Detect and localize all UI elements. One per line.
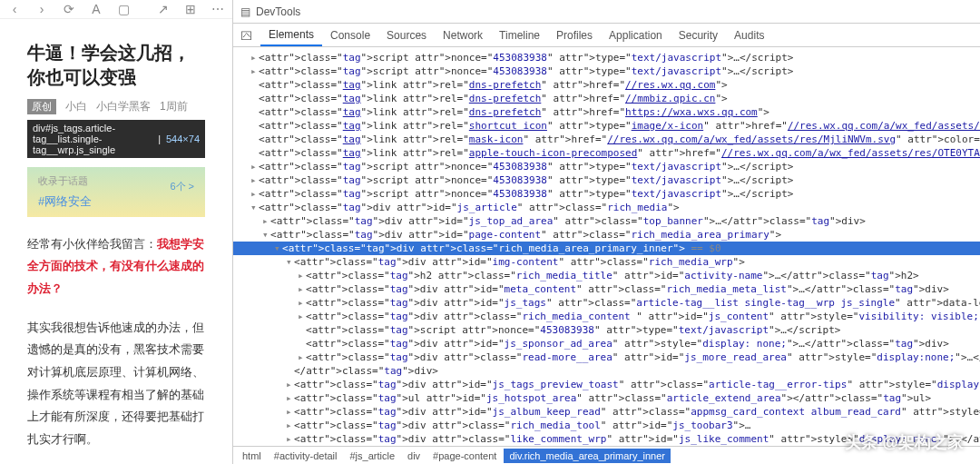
tag-card[interactable]: 收录于话题 #网络安全 6个 >	[27, 167, 205, 217]
square-outline-icon[interactable]: ▢	[116, 2, 131, 16]
dom-node[interactable]: ▸<attr">class="tag">div attr">id="meta_c…	[233, 282, 980, 296]
back-icon[interactable]: ‹	[7, 2, 22, 16]
browser-toolbar: ‹ › ⟳ A ▢ ↗ ⊞ ⋯	[0, 0, 232, 19]
breadcrumb-item[interactable]: #page-content	[427, 449, 502, 463]
divider: |	[158, 133, 161, 144]
cube-icon[interactable]: ⊞	[183, 2, 198, 16]
devtools-tab-application[interactable]: Application	[601, 24, 671, 46]
dom-node[interactable]: ▸<attr">class="tag">script attr">nonce="…	[233, 173, 980, 187]
breadcrumb-item[interactable]: html	[237, 449, 267, 463]
devtools-pane: ▤ DevTools — ☐ ✕ ⮹ ElementsConsoleSource…	[233, 0, 980, 464]
dom-node[interactable]: ▸<attr">class="tag">div attr">id="js_tag…	[233, 378, 980, 391]
tag-link[interactable]: #网络安全	[38, 193, 194, 210]
devtools-title: DevTools	[256, 5, 300, 18]
dom-node[interactable]: ▸<attr">class="tag">div attr">id="js_top…	[233, 214, 980, 228]
dom-node[interactable]: <attr">class="tag">link attr">rel="apple…	[233, 146, 980, 160]
share-icon[interactable]: ↗	[156, 2, 171, 16]
font-icon[interactable]: A	[89, 2, 103, 16]
dom-node[interactable]: <attr">class="tag">link attr">rel="dns-p…	[233, 78, 980, 92]
dom-node[interactable]: ▾<attr">class="tag">div attr">id="js_art…	[233, 201, 980, 214]
inspect-picker-icon[interactable]: ⮹	[233, 28, 260, 43]
dom-node[interactable]: ▾<attr">class="tag">div attr">class="ric…	[233, 242, 980, 255]
devtools-titlebar: ▤ DevTools — ☐ ✕	[233, 0, 980, 24]
forward-icon[interactable]: ›	[34, 2, 49, 16]
devtools-tab-timeline[interactable]: Timeline	[491, 24, 548, 46]
dom-node[interactable]: ▸<attr">class="tag">div attr">id="js_alb…	[233, 405, 980, 419]
paragraph-2: 其实我很想告诉他速成的办法，但遗憾的是真的没有，黑客技术需要对计算机底层原理、计…	[27, 317, 205, 451]
dom-node[interactable]: <attr">class="tag">script attr">nonce="4…	[233, 323, 980, 337]
dom-node[interactable]: ▸<attr">class="tag">h2 attr">class="rich…	[233, 269, 980, 282]
source-badge: 原创	[27, 99, 56, 114]
devtools-tab-network[interactable]: Network	[435, 24, 491, 46]
paragraph-1: 经常有小伙伴给我留言：我想学安全方面的技术，有没有什么速成的办法？	[27, 233, 205, 301]
article-headline: 牛逼！学会这几招，你也可以变强	[27, 41, 205, 90]
dom-node[interactable]: ▸<attr">class="tag">div attr">class="lik…	[233, 432, 980, 446]
devtools-tab-elements[interactable]: Elements	[260, 24, 322, 46]
devtools-tab-security[interactable]: Security	[671, 24, 726, 46]
tag-count[interactable]: 6个 >	[170, 180, 194, 193]
devtools-tab-profiles[interactable]: Profiles	[548, 24, 601, 46]
dom-node[interactable]: <attr">class="tag">link attr">rel="short…	[233, 119, 980, 133]
breadcrumb-item[interactable]: #js_article	[344, 449, 400, 463]
dom-node[interactable]: ▸<attr">class="tag">script attr">nonce="…	[233, 160, 980, 173]
dom-node[interactable]: <attr">class="tag">link attr">rel="dns-p…	[233, 92, 980, 105]
dom-node[interactable]: ▸<attr">class="tag">div attr">class="ric…	[233, 310, 980, 323]
dom-node[interactable]: ▾<attr">class="tag">div attr">id="img-co…	[233, 255, 980, 269]
dom-node[interactable]: ▸<attr">class="tag">script attr">nonce="…	[233, 187, 980, 201]
dom-node[interactable]: ▸<attr">class="tag">ul attr">id="js_hots…	[233, 391, 980, 405]
breadcrumb[interactable]: html#activity-detail#js_articlediv#page-…	[233, 446, 980, 464]
tooltip-selector: div#js_tags.article-tag__list.single-tag…	[33, 123, 152, 155]
devtools-tab-console[interactable]: Console	[322, 24, 378, 46]
inspect-tooltip: div#js_tags.article-tag__list.single-tag…	[27, 120, 205, 158]
author-2: 小白学黑客	[96, 99, 151, 114]
dom-node[interactable]: ▸<attr">class="tag">div attr">class="ric…	[233, 419, 980, 432]
dom-node[interactable]: ▸<attr">class="tag">div attr">id="js_tag…	[233, 296, 980, 310]
breadcrumb-item[interactable]: div.rich_media_area_primary_inner	[504, 449, 671, 463]
webpage-pane: ‹ › ⟳ A ▢ ↗ ⊞ ⋯ 牛逼！学会这几招，你也可以变强 原创 小白 小白…	[0, 0, 233, 464]
publish-time: 1周前	[160, 99, 188, 114]
kebab-icon[interactable]: ⋯	[211, 2, 225, 16]
devtools-tab-audits[interactable]: Audits	[726, 24, 772, 46]
breadcrumb-item[interactable]: #activity-detail	[269, 449, 343, 463]
dom-node[interactable]: ▾<attr">class="tag">div attr">id="page-c…	[233, 228, 980, 242]
reload-icon[interactable]: ⟳	[62, 2, 76, 16]
author-1: 小白	[65, 99, 87, 114]
dom-node[interactable]: <attr">class="tag">link attr">rel="dns-p…	[233, 105, 980, 119]
devtools-icon: ▤	[240, 5, 250, 18]
article-meta: 原创 小白 小白学黑客 1周前	[27, 99, 205, 114]
article-content: 牛逼！学会这几招，你也可以变强 原创 小白 小白学黑客 1周前 div#js_t…	[0, 19, 232, 464]
dom-node[interactable]: </attr">class="tag">div>	[233, 364, 980, 378]
dom-node[interactable]: <attr">class="tag">link attr">rel="mask-…	[233, 133, 980, 146]
devtools-tab-sources[interactable]: Sources	[378, 24, 435, 46]
dom-node[interactable]: ▸<attr">class="tag">div attr">class="rea…	[233, 350, 980, 364]
dom-tree[interactable]: ▸<attr">class="tag">script attr">nonce="…	[233, 47, 980, 446]
dom-node[interactable]: ▸<attr">class="tag">script attr">nonce="…	[233, 64, 980, 78]
dom-node[interactable]: <attr">class="tag">div attr">id="js_spon…	[233, 337, 980, 350]
tooltip-dimensions: 544×74	[166, 133, 200, 144]
devtools-tabbar: ⮹ ElementsConsoleSourcesNetworkTimelineP…	[233, 24, 980, 47]
dom-node[interactable]: ▸<attr">class="tag">script attr">nonce="…	[233, 51, 980, 64]
breadcrumb-item[interactable]: div	[402, 449, 426, 463]
